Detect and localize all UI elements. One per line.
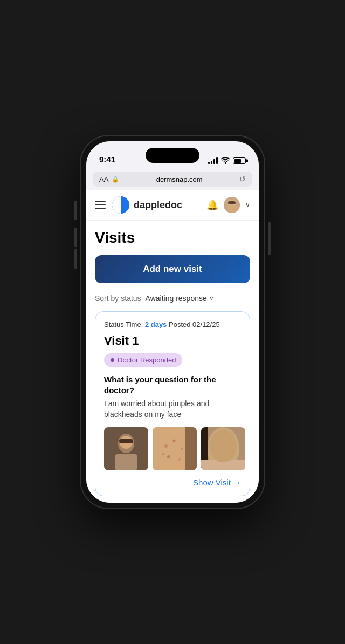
- visit-image-1: [104, 427, 148, 470]
- browser-bar: AA 🔒 dermsnap.com ↺: [86, 168, 259, 190]
- sort-label: Sort by status: [95, 294, 141, 303]
- show-visit-link[interactable]: Show Visit →: [104, 478, 241, 487]
- dynamic-island: [146, 148, 199, 163]
- battery-fill: [234, 159, 241, 163]
- battery-icon: [233, 157, 246, 164]
- visit-image-3: [201, 427, 245, 470]
- hamburger-line-1: [95, 201, 106, 202]
- nav-bar: dappledoc 🔔: [86, 190, 259, 221]
- sort-bar: Sort by status Awaiting response ∨: [95, 294, 250, 303]
- status-days: 2 days: [145, 320, 167, 328]
- svg-point-16: [167, 455, 170, 458]
- status-bar: 9:41: [86, 141, 259, 168]
- url-aa-text[interactable]: AA: [99, 175, 108, 183]
- doctor-responded-badge: Doctor Responded: [104, 353, 182, 367]
- content-area: dappledoc 🔔: [86, 190, 259, 503]
- badge-dot-icon: [111, 358, 114, 362]
- phone-screen: 9:41: [86, 141, 259, 503]
- signal-bar-3: [213, 159, 215, 164]
- url-refresh-icon[interactable]: ↺: [239, 175, 246, 183]
- add-visit-button[interactable]: Add new visit: [95, 255, 250, 283]
- avatar[interactable]: [224, 197, 240, 213]
- svg-point-13: [164, 444, 168, 448]
- wifi-icon: [221, 157, 230, 164]
- signal-bar-4: [216, 157, 218, 164]
- skin-photo-2: [153, 427, 197, 470]
- logo-icon: [112, 196, 129, 214]
- show-visit-text: Show Visit →: [193, 478, 241, 487]
- phone-frame: 9:41: [81, 136, 264, 508]
- logo-text: dappledoc: [134, 200, 182, 211]
- visit-image-2: [153, 427, 197, 470]
- svg-rect-19: [185, 427, 197, 470]
- visit-title: Visit 1: [104, 334, 241, 348]
- status-prefix: Status Time:: [104, 320, 143, 328]
- question-label: What is your question for the doctor?: [104, 374, 241, 395]
- svg-point-15: [181, 448, 183, 450]
- skin-photo-1: [104, 427, 148, 470]
- badge-text: Doctor Responded: [118, 356, 176, 364]
- hamburger-line-3: [95, 208, 106, 209]
- svg-point-14: [173, 440, 176, 442]
- svg-point-18: [162, 453, 164, 455]
- question-answer: I am worried about pimples and blackhead…: [104, 399, 241, 420]
- url-bar[interactable]: AA 🔒 dermsnap.com ↺: [93, 172, 252, 187]
- hamburger-line-2: [95, 204, 106, 205]
- status-icons: [208, 157, 246, 164]
- svg-point-24: [210, 430, 237, 462]
- signal-bar-1: [208, 162, 210, 164]
- sort-dropdown[interactable]: Awaiting response ∨: [146, 294, 214, 303]
- url-domain: dermsnap.com: [122, 175, 236, 183]
- svg-rect-3: [228, 201, 236, 204]
- hamburger-menu-button[interactable]: [95, 201, 106, 209]
- avatar-image: [224, 197, 240, 213]
- sort-dropdown-chevron-icon: ∨: [209, 294, 214, 302]
- sort-selected-value: Awaiting response: [146, 294, 207, 303]
- visit-images: [104, 427, 241, 470]
- page-title: Visits: [95, 229, 250, 246]
- user-menu-chevron-icon[interactable]: ∨: [245, 201, 250, 209]
- signal-bar-2: [211, 161, 212, 164]
- svg-point-4: [227, 205, 237, 213]
- url-lock-icon: 🔒: [112, 176, 119, 183]
- logo-area: dappledoc: [112, 196, 200, 214]
- page-content: Visits Add new visit Sort by status Awai…: [86, 221, 259, 503]
- notification-bell-icon[interactable]: 🔔: [206, 199, 218, 211]
- skin-photo-3: [201, 427, 245, 470]
- card-status-line: Status Time: 2 days Posted 02/12/25: [104, 320, 241, 328]
- svg-point-17: [178, 458, 181, 461]
- status-posted: Posted 02/12/25: [169, 320, 220, 328]
- signal-bars: [208, 157, 218, 164]
- visit-card: Status Time: 2 days Posted 02/12/25 Visi…: [95, 311, 250, 496]
- nav-right: 🔔 ∨: [206, 197, 250, 213]
- svg-rect-10: [119, 439, 133, 443]
